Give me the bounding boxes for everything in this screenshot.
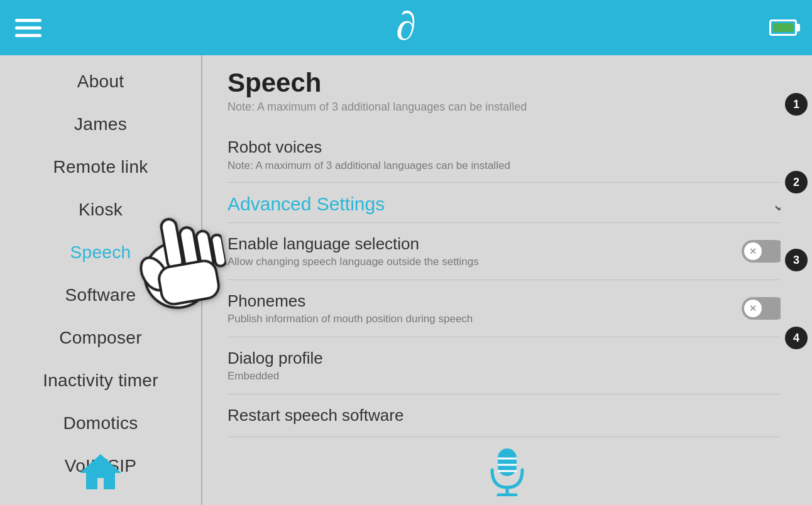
restart-speech-title: Restart speech software	[228, 406, 787, 425]
enable-language-desc: Allow changing speech language outside t…	[228, 256, 742, 268]
hamburger-line-3	[15, 34, 41, 37]
sidebar: About James Remote link Kiosk Speech Sof…	[0, 55, 202, 505]
phonemes-row: Phonemes Publish information of mouth po…	[228, 280, 787, 337]
menu-button[interactable]	[15, 19, 41, 37]
robot-voices-desc: Note: A maximum of 3 additional language…	[228, 160, 510, 172]
scroll-marker-2[interactable]: 2	[785, 171, 808, 193]
enable-language-title: Enable language selection	[228, 234, 742, 254]
page-subtitle: Note: A maximum of 3 additional language…	[228, 100, 787, 114]
sidebar-item-software[interactable]: Software	[0, 274, 201, 317]
scroll-marker-1[interactable]: 1	[785, 93, 808, 116]
main-layout: About James Remote link Kiosk Speech Sof…	[0, 55, 812, 505]
dialog-profile-title: Dialog profile	[228, 349, 787, 368]
sidebar-item-composer[interactable]: Composer	[0, 317, 201, 359]
sidebar-item-james[interactable]: James	[0, 103, 201, 146]
hamburger-line-1	[15, 19, 41, 22]
app-header: ∂	[0, 0, 812, 55]
sidebar-item-domotics[interactable]: Domotics	[0, 402, 201, 445]
restart-speech-row[interactable]: Restart speech software	[228, 394, 787, 437]
svg-marker-1	[80, 454, 121, 489]
scrollbar-track: 1 2 3 4	[781, 55, 812, 505]
robot-voices-row[interactable]: Robot voices Note: A maximum of 3 additi…	[228, 125, 787, 183]
home-icon	[79, 452, 123, 491]
phonemes-info: Phonemes Publish information of mouth po…	[228, 291, 742, 325]
dialog-profile-row[interactable]: Dialog profile Embedded	[228, 337, 787, 394]
page-title: Speech	[228, 68, 787, 98]
dialog-profile-info: Dialog profile Embedded	[228, 349, 787, 383]
scroll-marker-3[interactable]: 3	[785, 249, 808, 271]
app-logo: ∂	[387, 3, 425, 53]
svg-text:∂: ∂	[396, 4, 416, 47]
content-area: Speech Note: A maximum of 3 additional l…	[202, 55, 812, 505]
toggle-knob-1: ✕	[744, 242, 762, 260]
sidebar-item-about[interactable]: About	[0, 60, 201, 103]
toggle-knob-2: ✕	[744, 300, 762, 317]
battery-fill	[773, 23, 793, 32]
dialog-profile-value: Embedded	[228, 370, 787, 383]
sidebar-item-speech[interactable]: Speech	[0, 231, 201, 274]
battery-icon	[769, 19, 797, 36]
robot-voices-title: Robot voices	[228, 138, 510, 157]
phonemes-desc: Publish information of mouth position du…	[228, 313, 742, 325]
battery-body	[769, 19, 797, 36]
logo-icon: ∂	[387, 3, 425, 47]
sidebar-item-remote-link[interactable]: Remote link	[0, 146, 201, 188]
mic-icon	[486, 446, 529, 496]
restart-speech-info: Restart speech software	[228, 406, 787, 425]
advanced-settings-title: Advanced Settings	[228, 193, 385, 215]
sidebar-item-inactivity-timer[interactable]: Inactivity timer	[0, 359, 201, 402]
toggle-x-icon-1: ✕	[749, 246, 757, 256]
robot-voices-info: Robot voices Note: A maximum of 3 additi…	[228, 138, 510, 172]
advanced-settings-header[interactable]: Advanced Settings ⌄	[228, 183, 787, 223]
enable-language-info: Enable language selection Allow changing…	[228, 234, 742, 268]
toggle-x-icon-2: ✕	[749, 303, 757, 313]
scroll-marker-4[interactable]: 4	[785, 327, 808, 349]
home-button[interactable]	[79, 452, 123, 499]
enable-language-row: Enable language selection Allow changing…	[228, 223, 787, 280]
hamburger-line-2	[15, 26, 41, 30]
home-button-container	[79, 452, 123, 499]
phonemes-title: Phonemes	[228, 291, 742, 311]
microphone-button[interactable]	[486, 446, 529, 499]
sidebar-item-kiosk[interactable]: Kiosk	[0, 188, 201, 231]
